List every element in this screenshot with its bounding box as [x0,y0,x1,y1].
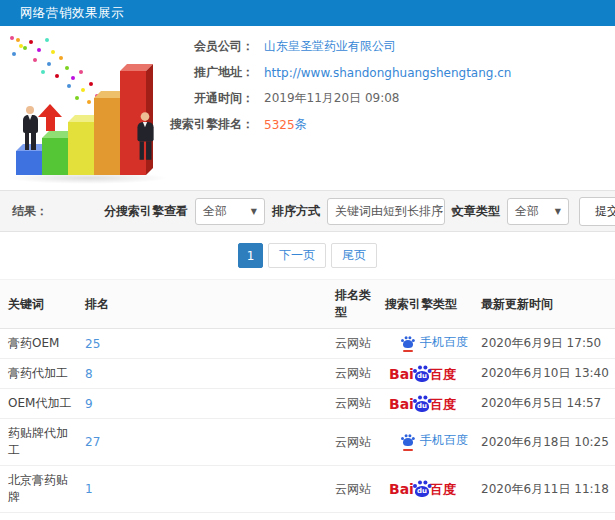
baidu-paw-icon [401,434,415,447]
engine-filter-select[interactable]: 全部 ▼ [195,198,265,225]
page-title: 网络营销效果展示 [20,5,124,20]
submit-button[interactable]: 提交 [579,197,615,226]
rank-link[interactable]: 1 [85,482,93,496]
promo-url-link[interactable]: http://www.shandonghuangshengtang.cn [264,66,511,80]
table-row: 膏药OEM 25 云网站 手机百度 2020年6月9日 17:50 [0,329,615,359]
table-row: OEM代加工 9 云网站 Baidu百度 2020年6月5日 14:57 [0,389,615,419]
table-row: 膏药代加工 8 云网站 Baidu百度 2020年6月10日 13:40 [0,359,615,389]
rank-type-cell: 云网站 [330,466,380,513]
col-updated: 最新更新时间 [476,280,615,329]
table-row: 北京膏药贴牌 1 云网站 Baidu百度 2020年6月11日 11:18 [0,466,615,513]
updated-cell: 2020年6月9日 17:50 [476,329,615,359]
engine-rank-row: 搜索引擎排名： 5325条 [168,116,511,133]
filter-controls: 分搜索引擎查看 全部 ▼ 排序方式 关键词由短到长排序 ▼ 文章类型 全部 ▼ … [104,197,615,226]
opened-time-row: 开通时间： 2019年11月20日 09:08 [168,90,511,107]
table-row: 药贴牌代加工 27 云网站 手机百度 2020年6月18日 10:25 [0,419,615,466]
rank-type-cell: 云网站 [330,389,380,419]
chart-bar-blue [16,151,42,175]
chart-bar-orange [94,98,120,175]
filter-bar: 结果： 分搜索引擎查看 全部 ▼ 排序方式 关键词由短到长排序 ▼ 文章类型 全… [0,190,615,232]
updated-cell: 2020年6月5日 14:57 [476,389,615,419]
pagination: 1 下一页 尾页 [0,232,615,279]
engine-filter-label: 分搜索引擎查看 [104,203,188,220]
updated-cell: 2020年6月18日 10:19 [476,513,615,520]
company-link[interactable]: 山东皇圣堂药业有限公司 [264,38,396,55]
rank-type-cell: 云网站 [330,329,380,359]
chevron-down-icon: ▼ [251,207,257,216]
businessman-figure-left [22,106,38,150]
keyword-cell: 膏药OEM [0,329,80,359]
chart-bar-green [42,138,68,175]
article-type-select[interactable]: 全部 ▼ [507,198,569,225]
sort-label: 排序方式 [272,203,320,220]
last-page-button[interactable]: 尾页 [331,243,377,268]
info-panel: 会员公司： 山东皇圣堂药业有限公司 推广地址： http://www.shand… [168,38,511,142]
up-arrow-icon [38,104,62,131]
keyword-cell: 药贴牌代加工 [0,419,80,466]
engine-filter-value: 全部 [203,203,227,220]
chart-bar-yellow [68,122,94,175]
page-number-current[interactable]: 1 [238,243,263,268]
mobile-baidu-logo: 手机百度 [401,335,468,349]
rank-link[interactable]: 8 [85,367,93,381]
table-row: 枣庄膏药加工 1,4,6 云网站 手机百度 2020年6月18日 10:19 [0,513,615,520]
opened-time-label: 开通时间： [168,90,254,107]
baidu-paw-icon [401,336,415,349]
keyword-cell: 枣庄膏药加工 [0,513,80,520]
opened-time-value: 2019年11月20日 09:08 [264,90,399,107]
company-row: 会员公司： 山东皇圣堂药业有限公司 [168,38,511,55]
rank-type-cell: 云网站 [330,513,380,520]
summary-section: 会员公司： 山东皇圣堂药业有限公司 推广地址： http://www.shand… [0,26,615,190]
col-rank: 排名 [80,280,330,329]
mobile-baidu-logo: 手机百度 [401,434,468,448]
updated-cell: 2020年6月11日 11:18 [476,466,615,513]
rank-link[interactable]: 25 [85,337,100,351]
table-header-row: 关键词 排名 排名类型 搜索引擎类型 最新更新时间 [0,280,615,329]
promo-url-row: 推广地址： http://www.shandonghuangshengtang.… [168,64,511,81]
confetti-decoration [10,36,14,40]
baidu-logo: Baidu百度 [389,366,456,382]
baidu-paw-icon: du [412,481,432,497]
updated-cell: 2020年6月10日 13:40 [476,359,615,389]
company-label: 会员公司： [168,38,254,55]
col-keyword: 关键词 [0,280,80,329]
keyword-cell: 膏药代加工 [0,359,80,389]
keyword-cell: 北京膏药贴牌 [0,466,80,513]
rank-link[interactable]: 27 [85,435,100,449]
updated-cell: 2020年6月18日 10:25 [476,419,615,466]
engine-rank-label: 搜索引擎排名： [168,116,254,133]
growth-chart-illustration [4,32,186,188]
result-label: 结果： [12,203,48,220]
engine-rank-count: 5325 [264,118,295,132]
businessman-figure-right [136,112,153,160]
sort-select[interactable]: 关键词由短到长排序 ▼ [327,198,445,225]
baidu-logo: Baidu百度 [389,396,456,412]
rank-type-cell: 云网站 [330,419,380,466]
article-type-label: 文章类型 [452,203,500,220]
rank-link[interactable]: 9 [85,397,93,411]
results-table: 关键词 排名 排名类型 搜索引擎类型 最新更新时间 膏药OEM 25 云网站 手… [0,279,615,520]
header-bar: 网络营销效果展示 [0,0,615,26]
col-rank-type: 排名类型 [330,280,380,329]
engine-rank-unit-link[interactable]: 条 [295,116,307,133]
baidu-paw-icon: du [412,366,432,382]
keyword-cell: OEM代加工 [0,389,80,419]
sort-value: 关键词由短到长排序 [335,203,443,220]
article-type-value: 全部 [515,203,539,220]
promo-url-label: 推广地址： [168,64,254,81]
baidu-logo: Baidu百度 [389,481,456,497]
chevron-down-icon: ▼ [555,207,561,216]
next-page-button[interactable]: 下一页 [268,243,326,268]
rank-type-cell: 云网站 [330,359,380,389]
col-engine-type: 搜索引擎类型 [380,280,476,329]
baidu-paw-icon: du [412,396,432,412]
